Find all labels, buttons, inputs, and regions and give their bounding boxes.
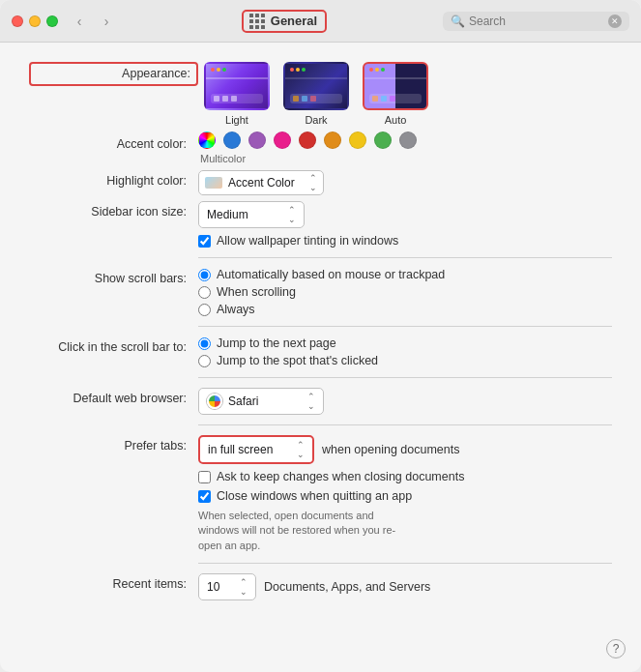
recent-items-content: 10 ⌃⌄ Documents, Apps, and Servers (198, 573, 612, 600)
highlight-color-content: Accent Color ⌃⌄ (198, 170, 612, 195)
appearance-auto[interactable]: Auto (363, 62, 428, 126)
scroll-when-row: When scrolling (198, 285, 445, 299)
ask-keep-changes-checkbox[interactable] (198, 471, 211, 483)
highlight-value: Accent Color (228, 176, 295, 190)
recent-items-label: Recent items: (29, 573, 198, 594)
prefer-tabs-select[interactable]: in full screen ⌃⌄ (198, 435, 314, 464)
appearance-options: Light (204, 62, 612, 126)
help-button[interactable]: ? (606, 639, 626, 658)
divider-4 (198, 424, 612, 425)
scroll-always-row: Always (198, 303, 445, 316)
divider-5 (198, 563, 612, 564)
default-browser-content: Safari ⌃⌄ (198, 388, 612, 415)
accent-graphite[interactable] (399, 131, 417, 149)
scroll-always-radio[interactable] (198, 304, 211, 316)
search-box[interactable]: 🔍 ✕ (443, 12, 629, 31)
tabs-arrow-icon: ⌃⌄ (297, 440, 305, 459)
sidebar-icon-size-value: Medium (207, 208, 248, 221)
scroll-auto-label: Automatically based on mouse or trackpad (217, 268, 445, 281)
accent-colors (198, 131, 417, 149)
search-clear-button[interactable]: ✕ (608, 15, 622, 28)
sidebar-icon-size-select[interactable]: Medium ⌃⌄ (198, 201, 305, 228)
accent-multicolor[interactable] (198, 131, 216, 149)
accent-green[interactable] (374, 131, 392, 149)
highlight-color-row: Highlight color: Accent Color ⌃⌄ (29, 170, 612, 195)
accent-color-label: Accent color: (29, 131, 198, 154)
close-windows-row: Close windows when quitting an app (29, 489, 612, 503)
scroll-when-label: When scrolling (217, 285, 296, 299)
appearance-dark[interactable]: Dark (283, 62, 349, 126)
click-next-page-radio[interactable] (198, 337, 211, 350)
sidebar-icon-size-content: Medium ⌃⌄ (198, 201, 612, 228)
close-windows-checkbox[interactable] (198, 490, 211, 503)
highlight-color-label: Highlight color: (29, 170, 198, 190)
scroll-when-radio[interactable] (198, 286, 211, 299)
sidebar-size-arrow-icon: ⌃⌄ (288, 205, 296, 224)
click-scroll-options: Jump to the next page Jump to the spot t… (198, 336, 612, 367)
wallpaper-tinting-row: Allow wallpaper tinting in windows (29, 234, 612, 248)
auto-thumb (363, 62, 428, 110)
default-browser-label: Default web browser: (29, 388, 198, 408)
default-browser-select[interactable]: Safari ⌃⌄ (198, 388, 324, 415)
highlight-arrow-icon: ⌃⌄ (309, 173, 317, 192)
default-browser-row: Default web browser: Safari ⌃⌄ (29, 388, 612, 415)
nav-buttons: ‹ › (68, 10, 118, 33)
traffic-lights (12, 15, 58, 27)
safari-icon (207, 394, 222, 409)
scroll-auto-row: Automatically based on mouse or trackpad (198, 268, 445, 281)
accent-pink[interactable] (274, 131, 291, 149)
accent-purple[interactable] (248, 131, 266, 149)
click-spot-radio[interactable] (198, 355, 211, 367)
scroll-always-label: Always (217, 303, 255, 316)
prefer-tabs-label: Prefer tabs: (29, 435, 198, 455)
scroll-bars-options: Automatically based on mouse or trackpad… (198, 268, 612, 316)
grid-icon (249, 14, 265, 29)
sidebar-icon-size-row: Sidebar icon size: Medium ⌃⌄ (29, 201, 612, 228)
prefer-tabs-content: in full screen ⌃⌄ when opening documents (198, 435, 612, 464)
browser-value: Safari (228, 394, 258, 408)
click-scroll-row: Click in the scroll bar to: Jump to the … (29, 336, 612, 367)
scroll-auto-radio[interactable] (198, 269, 211, 281)
accent-blue[interactable] (223, 131, 241, 149)
scroll-bars-label: Show scroll bars: (29, 268, 198, 288)
divider-1 (198, 257, 612, 258)
forward-button[interactable]: › (95, 10, 118, 33)
divider-2 (198, 326, 612, 327)
title-center: General (126, 10, 443, 33)
dark-label: Dark (305, 114, 327, 126)
click-spot-label: Jump to the spot that's clicked (217, 354, 378, 367)
recent-items-suffix: Documents, Apps, and Servers (264, 580, 430, 594)
click-scroll-label: Click in the scroll bar to: (29, 336, 198, 357)
titlebar: ‹ › General 🔍 ✕ (0, 0, 641, 43)
recent-items-row: Recent items: 10 ⌃⌄ Documents, Apps, and… (29, 573, 612, 600)
scroll-bars-row: Show scroll bars: Automatically based on… (29, 268, 612, 316)
accent-orange[interactable] (324, 131, 341, 149)
highlight-color-select[interactable]: Accent Color ⌃⌄ (198, 170, 324, 195)
accent-selected-name: Multicolor (198, 153, 417, 164)
appearance-label: Appearance: (29, 62, 198, 86)
auto-label: Auto (385, 114, 407, 126)
recent-arrow-icon: ⌃⌄ (240, 577, 248, 597)
minimize-button[interactable] (29, 15, 41, 27)
light-thumb (204, 62, 270, 110)
divider-3 (198, 377, 612, 378)
accent-red[interactable] (299, 131, 316, 149)
wallpaper-tinting-label: Allow wallpaper tinting in windows (217, 234, 398, 248)
sidebar-icon-size-label: Sidebar icon size: (29, 201, 198, 221)
back-button[interactable]: ‹ (68, 10, 91, 33)
recent-items-select[interactable]: 10 ⌃⌄ (198, 573, 256, 600)
accent-color-row: Accent color: Multicolor (29, 131, 612, 164)
search-input[interactable] (469, 15, 604, 28)
click-next-page-label: Jump to the next page (217, 336, 336, 350)
dark-thumb (283, 62, 349, 110)
appearance-light[interactable]: Light (204, 62, 270, 126)
close-windows-hint: When selected, open documents and window… (29, 509, 396, 553)
maximize-button[interactable] (46, 15, 58, 27)
accent-yellow[interactable] (349, 131, 366, 149)
prefer-tabs-value: in full screen (208, 443, 273, 456)
accent-color-content: Multicolor (198, 131, 612, 164)
close-button[interactable] (12, 15, 23, 27)
click-next-page-row: Jump to the next page (198, 336, 378, 350)
click-scroll-radio-group: Jump to the next page Jump to the spot t… (198, 336, 378, 367)
wallpaper-tinting-checkbox[interactable] (198, 235, 211, 248)
